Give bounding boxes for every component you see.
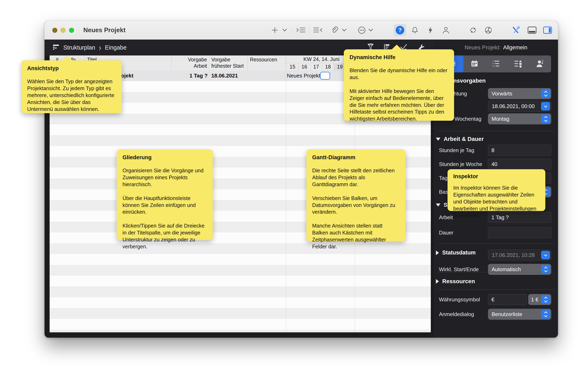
gantt-bar[interactable]	[320, 72, 330, 80]
events-button[interactable]	[425, 25, 436, 36]
ausrichtung-popup[interactable]: Vorwärts	[488, 88, 551, 99]
timeline-day-header[interactable]: 18	[322, 63, 334, 70]
stepper-icon[interactable]	[541, 265, 550, 274]
waehrung-unit-popup[interactable]: 1 €	[528, 294, 551, 305]
field-label-std-woche: Stunden je Woche	[439, 159, 482, 170]
section-statusdatum[interactable]: Statusdatum	[436, 250, 476, 256]
more-actions-button[interactable]	[356, 25, 367, 36]
numbered-list-icon	[492, 59, 501, 68]
tooltip-title: Inspektor	[453, 173, 540, 180]
breadcrumb-view[interactable]: Strukturplan	[63, 44, 95, 51]
disclosure-right-icon[interactable]	[436, 250, 439, 255]
stepper-icon[interactable]	[541, 310, 550, 319]
inspector-tab-bar	[442, 55, 551, 72]
date-value: 17.06.2021, 10:28	[492, 252, 535, 258]
chevron-down-icon	[342, 29, 346, 32]
toggle-inspector-button[interactable]	[542, 25, 553, 36]
breadcrumb-separator: ›	[99, 43, 101, 53]
timeline-day-header[interactable]: 16	[298, 63, 310, 70]
tooltip-ansichtstyp: Ansichtstyp Wählen Sie den Typ der angez…	[21, 60, 122, 113]
disclosure-right-icon[interactable]	[436, 279, 439, 284]
tooltip-arrow-icon	[391, 45, 402, 50]
waehrung-input[interactable]: €	[488, 294, 527, 305]
chevron-down-icon[interactable]	[541, 102, 550, 110]
chevron-down-icon[interactable]	[541, 251, 550, 259]
bell-icon	[411, 26, 419, 34]
section-title: Ressourcen	[442, 278, 475, 285]
add-row-button[interactable]	[269, 25, 281, 36]
dauer-input[interactable]	[488, 227, 551, 238]
toolbar-separator	[292, 27, 292, 34]
field-label-dauer: Dauer	[439, 227, 453, 238]
popup-value: Benutzerliste	[492, 311, 522, 317]
wochentag-popup[interactable]: Montag	[488, 113, 551, 124]
timeline-day-header[interactable]: 17	[310, 63, 322, 70]
popup-value: Automatisch	[492, 266, 521, 273]
gantt-bar-label: Neues Projekt	[287, 70, 320, 81]
inspector-title-prefix: Neues Projekt:	[465, 44, 501, 51]
popup-value: Vorwärts	[492, 91, 512, 97]
timeline-day-header[interactable]: 15	[287, 63, 298, 70]
section-arbeit-dauer[interactable]: Arbeit & Dauer	[436, 136, 484, 142]
divider	[438, 243, 554, 244]
section-ressourcen[interactable]: Ressourcen	[436, 278, 475, 285]
divider	[438, 131, 554, 131]
attach-file-button[interactable]	[329, 25, 340, 36]
wirkl-popup[interactable]: Automatisch	[488, 264, 551, 275]
zoom-button[interactable]	[69, 28, 74, 33]
std-woche-input[interactable]: 40	[488, 159, 551, 170]
minimize-button[interactable]	[61, 28, 66, 33]
attach-menu-button[interactable]	[341, 25, 348, 36]
field-label-anmeldedialog: Anmeldedialog	[439, 309, 474, 320]
add-row-menu-button[interactable]	[281, 25, 288, 36]
disclosure-down-icon[interactable]	[436, 203, 440, 207]
column-header-vorgabe-start[interactable]: Vorgabefrühester Start	[209, 55, 248, 70]
outdent-icon	[313, 27, 323, 34]
row-vorgabe-arbeit[interactable]: 1 Tag ?	[172, 70, 208, 81]
chevron-down-icon	[282, 29, 287, 32]
section-title: Statusdatum	[442, 250, 476, 256]
tab-calendar[interactable]	[463, 55, 485, 72]
field-label-arbeit: Arbeit	[439, 212, 453, 223]
breadcrumb-mode[interactable]: Eingabe	[105, 44, 127, 51]
dynamic-help-button[interactable]: ?	[394, 24, 406, 36]
tab-outline-numbers[interactable]	[485, 55, 507, 72]
field-label-std-tag: Stunden je Tag	[439, 145, 474, 156]
tab-resources[interactable]	[529, 55, 551, 72]
tooltip-body: Organisieren Sie die Vorgänge und Zuweis…	[122, 167, 207, 250]
disclosure-down-icon[interactable]	[436, 138, 440, 141]
statusdatum-field[interactable]: 17.06.2021, 10:28	[488, 250, 551, 261]
toolbar-separator	[539, 27, 540, 34]
settings-button[interactable]	[510, 25, 522, 36]
view-type-icon[interactable]	[53, 44, 60, 52]
column-header-vorgabe-arbeit[interactable]: VorgabeArbeit	[172, 55, 209, 70]
sync-button[interactable]	[467, 25, 479, 36]
resources-button[interactable]	[440, 25, 452, 36]
more-actions-menu-button[interactable]	[367, 25, 374, 36]
start-date-field[interactable]: 18.06.2021, 00:00	[488, 101, 551, 112]
desktop: Neues Projekt	[0, 0, 588, 367]
notifications-button[interactable]	[409, 25, 421, 36]
field-label-waehrung: Währungssymbol	[439, 294, 480, 305]
breadcrumb[interactable]: Strukturplan › Eingabe	[53, 40, 127, 55]
anmeldedialog-popup[interactable]: Benutzerliste	[488, 309, 551, 320]
ellipsis-circle-icon	[357, 26, 366, 35]
column-header-ressourcen[interactable]: Ressourcen	[248, 55, 286, 70]
lightning-icon	[427, 26, 433, 34]
stepper-icon[interactable]	[541, 295, 550, 304]
indent-row-button[interactable]	[295, 25, 307, 36]
toggle-bottom-panel-button[interactable]	[526, 25, 538, 36]
stepper-icon[interactable]	[541, 114, 550, 123]
paperclip-icon	[330, 26, 338, 34]
std-tag-input[interactable]: 8	[488, 145, 551, 156]
popup-value: 1 €	[531, 296, 538, 303]
indent-icon	[296, 27, 306, 34]
sync-icon	[469, 26, 477, 34]
stepper-icon[interactable]	[541, 89, 550, 98]
tab-fields[interactable]	[507, 55, 529, 72]
network-button[interactable]	[483, 25, 494, 36]
outdent-row-button[interactable]	[312, 25, 323, 36]
close-button[interactable]	[52, 28, 57, 33]
row-vorgabe-start[interactable]: 18.06.2021	[211, 70, 238, 81]
date-value: 18.06.2021, 00:00	[492, 103, 535, 109]
